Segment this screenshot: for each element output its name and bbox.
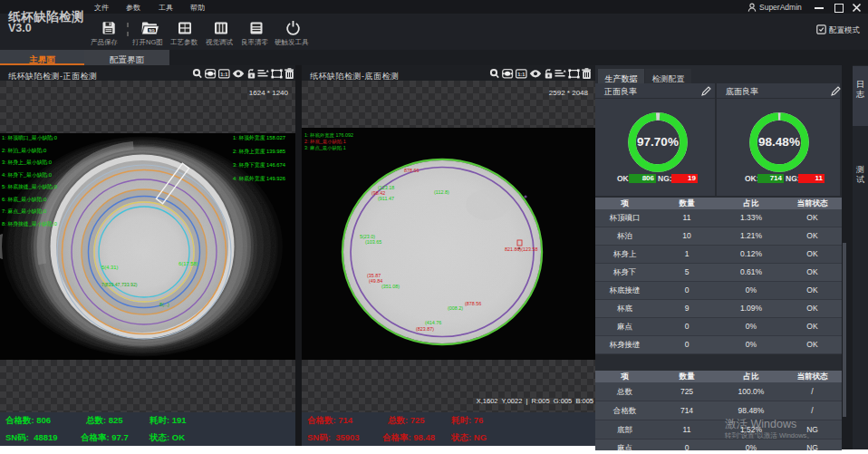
svg-text:(103.65: (103.65 bbox=[365, 239, 381, 245]
svg-text:(49.84: (49.84 bbox=[369, 278, 382, 284]
svg-text:(008.2): (008.2) bbox=[448, 305, 463, 311]
svg-text:3: 杯身下宽度 146.674: 3: 杯身下宽度 146.674 bbox=[233, 162, 286, 169]
svg-text:3: 杯身上_最小缺陷:0: 3: 杯身上_最小缺陷:0 bbox=[2, 159, 52, 166]
svg-text:2: 杯泊_最小缺陷:0: 2: 杯泊_最小缺陷:0 bbox=[2, 147, 46, 154]
svg-text:5: 杯底接缝_最小缺陷:0: 5: 杯底接缝_最小缺陷:0 bbox=[2, 183, 57, 190]
svg-text:8: 杯身接缝_最小缺陷:0: 8: 杯身接缝_最小缺陷:0 bbox=[2, 220, 57, 227]
svg-text:(823.87): (823.87) bbox=[416, 326, 434, 332]
svg-text:(911.47: (911.47 bbox=[378, 196, 394, 201]
svg-text:4: 杯底外宽度 149.926: 4: 杯底外宽度 149.926 bbox=[233, 175, 285, 182]
svg-text:7(839.47,733.92): 7(839.47,733.92) bbox=[101, 282, 138, 287]
svg-text:1: 杯底外宽度 176.092: 1: 杯底外宽度 176.092 bbox=[304, 132, 353, 139]
svg-text:6: 杯底_最小缺陷:0: 6: 杯底_最小缺陷:0 bbox=[2, 196, 46, 203]
svg-text:(351.08): (351.08) bbox=[381, 284, 400, 289]
svg-text:7: 麻点_最小缺陷:0: 7: 麻点_最小缺陷:0 bbox=[2, 208, 46, 215]
svg-text:2: 杯身上宽度 139.985: 2: 杯身上宽度 139.985 bbox=[233, 149, 285, 155]
svg-text:878.66: 878.66 bbox=[404, 168, 420, 173]
svg-text:(112.8): (112.8) bbox=[434, 189, 449, 195]
svg-text:(878.56: (878.56 bbox=[465, 301, 481, 306]
svg-text:6(17.58): 6(17.58) bbox=[178, 261, 198, 266]
svg-text:5(4.31): 5(4.31) bbox=[101, 265, 118, 270]
svg-text:1:1: 1:1 bbox=[517, 72, 525, 77]
svg-text:(414.76: (414.76 bbox=[425, 320, 441, 325]
svg-text:3: 麻点_最小缺陷 1: 3: 麻点_最小缺陷 1 bbox=[304, 145, 346, 151]
svg-text:1: 杯顶外宽度 158.027: 1: 杯顶外宽度 158.027 bbox=[233, 134, 285, 141]
svg-text:821.86)(123.58: 821.86)(123.58 bbox=[505, 246, 538, 252]
svg-text:8(...): 8(...) bbox=[159, 302, 169, 307]
svg-text:1: 杯顶噴口_最小缺陷:0: 1: 杯顶噴口_最小缺陷:0 bbox=[2, 134, 57, 141]
svg-text:2: 杯底_最小缺陷 1: 2: 杯底_最小缺陷 1 bbox=[304, 139, 346, 145]
svg-text:1:1: 1:1 bbox=[220, 72, 227, 77]
svg-text:4: 杯身下_最小缺陷:0: 4: 杯身下_最小缺陷:0 bbox=[2, 171, 52, 179]
svg-text:NG: NG bbox=[149, 28, 154, 33]
